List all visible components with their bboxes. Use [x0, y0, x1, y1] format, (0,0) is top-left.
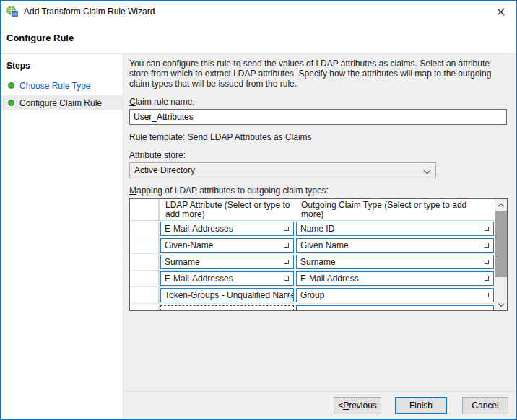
row-selector-cell[interactable]: [130, 221, 159, 237]
ldap-attribute-value: Surname: [165, 257, 200, 267]
mapping-table-body: E-Mail-Addresses Name ID Given-Name Give…: [130, 221, 495, 304]
row-selector-cell[interactable]: [130, 237, 159, 253]
footer-button-bar: < Previous Finish Cancel: [123, 391, 516, 419]
outgoing-claim-type-value: Given Name: [300, 240, 349, 250]
row-selector-cell[interactable]: [130, 304, 159, 311]
table-row: Surname Surname: [130, 254, 495, 271]
outgoing-claim-type-select[interactable]: Given Name: [296, 238, 494, 253]
steps-sidebar: Steps Choose Rule Type Configure Claim R…: [1, 54, 123, 419]
rule-description-text: You can configure this rule to send the …: [129, 58, 507, 89]
ldap-attribute-select[interactable]: E-Mail-Addresses: [160, 222, 294, 236]
heading-band: Configure Rule: [1, 22, 516, 53]
outgoing-claim-type-select[interactable]: Name ID: [296, 222, 494, 236]
ldap-attribute-select[interactable]: Token-Groups - Unqualified Names: [160, 288, 294, 302]
attribute-store-label: Attribute store:: [129, 150, 508, 160]
mapping-table: LDAP Attribute (Select or type to add mo…: [129, 198, 508, 311]
row-selector-cell[interactable]: [130, 287, 159, 303]
chevron-down-icon: [485, 293, 489, 297]
outgoing-claim-type-select[interactable]: E-Mail Address: [296, 271, 494, 286]
table-row: Token-Groups - Unqualified Names Group: [130, 287, 495, 304]
chevron-down-icon: [284, 227, 289, 231]
outgoing-claim-type-value: E-Mail Address: [300, 274, 359, 284]
outgoing-claim-type-select[interactable]: Surname: [296, 255, 494, 269]
chevron-down-icon: [485, 227, 489, 231]
claim-rule-name-label: Claim rule name:: [129, 97, 508, 107]
table-row: E-Mail-Addresses Name ID: [130, 221, 495, 237]
scroll-up-button[interactable]: [495, 199, 507, 211]
chevron-down-icon: [485, 243, 489, 248]
chevron-down-icon: [284, 243, 289, 248]
close-icon: [497, 8, 505, 16]
scrollbar-thumb[interactable]: [495, 211, 507, 277]
attribute-store-select[interactable]: Active Directory: [129, 162, 436, 178]
chevron-up-icon: [498, 203, 504, 209]
new-row-claim-cell[interactable]: [296, 305, 494, 311]
previous-button[interactable]: < Previous: [334, 397, 381, 414]
ldap-attribute-column-header: LDAP Attribute (Select or type to add mo…: [159, 199, 295, 220]
ldap-attribute-value: E-Mail-Addresses: [165, 274, 233, 284]
wizard-window: Add Transform Claim Rule Wizard Configur…: [0, 0, 517, 420]
outgoing-claim-type-value: Group: [300, 290, 324, 300]
page-title: Configure Rule: [6, 32, 74, 43]
table-row-new: [130, 304, 495, 311]
ldap-attribute-select[interactable]: E-Mail-Addresses: [160, 271, 294, 286]
new-row-ldap-cell[interactable]: [160, 305, 294, 311]
main-panel: You can configure this rule to send the …: [123, 54, 516, 419]
window-title: Add Transform Claim Rule Wizard: [24, 6, 155, 17]
scroll-down-button[interactable]: [495, 299, 507, 310]
table-row: Given-Name Given Name: [130, 237, 495, 254]
scrollbar-track[interactable]: [495, 211, 507, 299]
rule-template-text: Rule template: Send LDAP Attributes as C…: [129, 132, 508, 142]
step-label: Choose Rule Type: [19, 81, 91, 91]
step-complete-icon: [8, 82, 14, 89]
outgoing-claim-type-value: Name ID: [300, 224, 334, 234]
mapping-table-header: LDAP Attribute (Select or type to add mo…: [130, 199, 495, 221]
ldap-attribute-select[interactable]: Given-Name: [160, 238, 294, 253]
outgoing-claim-type-value: Surname: [300, 257, 336, 267]
outgoing-claim-type-column-header: Outgoing Claim Type (Select or type to a…: [295, 199, 495, 220]
chevron-down-icon: [498, 300, 504, 306]
row-selector-header: [130, 199, 159, 220]
chevron-down-icon: [284, 260, 289, 264]
steps-heading: Steps: [1, 58, 123, 78]
table-scrollbar[interactable]: [495, 199, 507, 310]
close-button[interactable]: [485, 1, 516, 22]
chevron-down-icon: [485, 260, 489, 264]
mapping-table-label: Mapping of LDAP attributes to outgoing c…: [129, 185, 508, 196]
ldap-attribute-value: Token-Groups - Unqualified Names: [165, 290, 294, 300]
outgoing-claim-type-select[interactable]: Group: [296, 288, 494, 302]
step-label: Configure Claim Rule: [19, 98, 102, 108]
sidebar-item-choose-rule-type[interactable]: Choose Rule Type: [1, 78, 123, 93]
row-selector-cell[interactable]: [130, 271, 159, 286]
titlebar: Add Transform Claim Rule Wizard: [1, 1, 516, 22]
sidebar-item-configure-claim-rule[interactable]: Configure Claim Rule: [1, 95, 123, 110]
ldap-attribute-value: Given-Name: [165, 240, 213, 250]
chevron-down-icon: [284, 276, 289, 281]
chevron-down-icon: [284, 293, 289, 297]
attribute-store-value: Active Directory: [134, 165, 195, 175]
step-complete-icon: [8, 100, 14, 106]
chevron-down-icon: [424, 167, 431, 175]
claim-rule-name-input[interactable]: [129, 109, 507, 125]
ldap-attribute-value: E-Mail-Addresses: [165, 224, 233, 234]
chevron-down-icon: [485, 276, 489, 281]
finish-button[interactable]: Finish: [395, 397, 447, 414]
row-selector-cell[interactable]: [130, 254, 159, 270]
adfs-wizard-icon: [6, 6, 18, 17]
ldap-attribute-select[interactable]: Surname: [160, 255, 294, 269]
table-row: E-Mail-Addresses E-Mail Address: [130, 271, 495, 287]
cancel-button[interactable]: Cancel: [462, 397, 508, 414]
